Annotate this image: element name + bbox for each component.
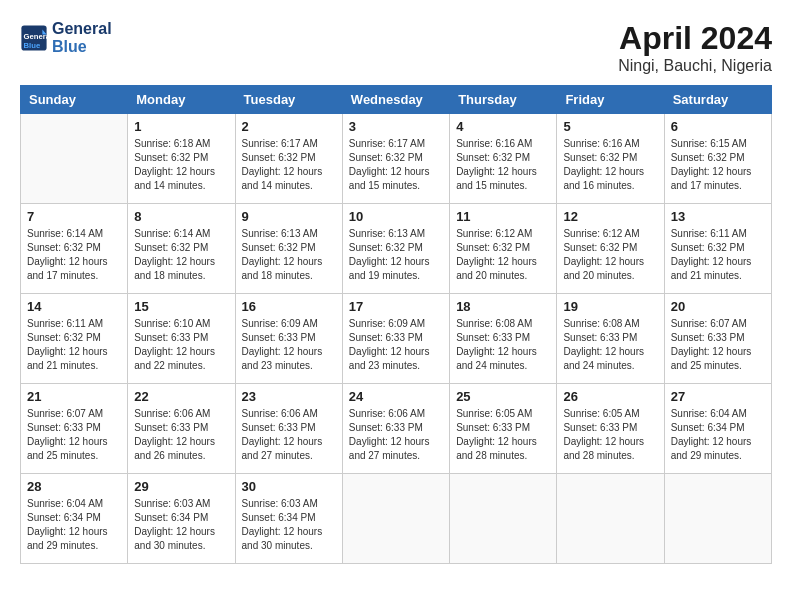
- day-info: Sunrise: 6:06 AM Sunset: 6:33 PM Dayligh…: [134, 407, 228, 463]
- day-number: 13: [671, 209, 765, 224]
- day-cell: 21Sunrise: 6:07 AM Sunset: 6:33 PM Dayli…: [21, 384, 128, 474]
- day-number: 23: [242, 389, 336, 404]
- day-cell: 7Sunrise: 6:14 AM Sunset: 6:32 PM Daylig…: [21, 204, 128, 294]
- day-info: Sunrise: 6:16 AM Sunset: 6:32 PM Dayligh…: [456, 137, 550, 193]
- week-row-1: 1Sunrise: 6:18 AM Sunset: 6:32 PM Daylig…: [21, 114, 772, 204]
- logo-text-blue: Blue: [52, 38, 112, 56]
- day-info: Sunrise: 6:06 AM Sunset: 6:33 PM Dayligh…: [242, 407, 336, 463]
- day-number: 22: [134, 389, 228, 404]
- day-info: Sunrise: 6:03 AM Sunset: 6:34 PM Dayligh…: [242, 497, 336, 553]
- day-info: Sunrise: 6:10 AM Sunset: 6:33 PM Dayligh…: [134, 317, 228, 373]
- day-cell: 17Sunrise: 6:09 AM Sunset: 6:33 PM Dayli…: [342, 294, 449, 384]
- day-number: 28: [27, 479, 121, 494]
- header-row: SundayMondayTuesdayWednesdayThursdayFrid…: [21, 86, 772, 114]
- day-info: Sunrise: 6:14 AM Sunset: 6:32 PM Dayligh…: [27, 227, 121, 283]
- day-cell: 10Sunrise: 6:13 AM Sunset: 6:32 PM Dayli…: [342, 204, 449, 294]
- day-info: Sunrise: 6:16 AM Sunset: 6:32 PM Dayligh…: [563, 137, 657, 193]
- day-number: 9: [242, 209, 336, 224]
- day-info: Sunrise: 6:17 AM Sunset: 6:32 PM Dayligh…: [349, 137, 443, 193]
- day-number: 4: [456, 119, 550, 134]
- day-cell: 6Sunrise: 6:15 AM Sunset: 6:32 PM Daylig…: [664, 114, 771, 204]
- logo-text-general: General: [52, 20, 112, 38]
- day-cell: [664, 474, 771, 564]
- day-info: Sunrise: 6:04 AM Sunset: 6:34 PM Dayligh…: [671, 407, 765, 463]
- day-number: 1: [134, 119, 228, 134]
- day-info: Sunrise: 6:15 AM Sunset: 6:32 PM Dayligh…: [671, 137, 765, 193]
- day-info: Sunrise: 6:06 AM Sunset: 6:33 PM Dayligh…: [349, 407, 443, 463]
- day-info: Sunrise: 6:09 AM Sunset: 6:33 PM Dayligh…: [349, 317, 443, 373]
- day-number: 17: [349, 299, 443, 314]
- col-header-tuesday: Tuesday: [235, 86, 342, 114]
- day-info: Sunrise: 6:14 AM Sunset: 6:32 PM Dayligh…: [134, 227, 228, 283]
- day-number: 10: [349, 209, 443, 224]
- month-title: April 2024: [618, 20, 772, 57]
- page-header: General Blue General Blue April 2024 Nin…: [20, 20, 772, 75]
- day-info: Sunrise: 6:03 AM Sunset: 6:34 PM Dayligh…: [134, 497, 228, 553]
- day-number: 27: [671, 389, 765, 404]
- day-cell: 11Sunrise: 6:12 AM Sunset: 6:32 PM Dayli…: [450, 204, 557, 294]
- day-number: 16: [242, 299, 336, 314]
- day-info: Sunrise: 6:13 AM Sunset: 6:32 PM Dayligh…: [242, 227, 336, 283]
- day-cell: 8Sunrise: 6:14 AM Sunset: 6:32 PM Daylig…: [128, 204, 235, 294]
- day-cell: [557, 474, 664, 564]
- day-number: 14: [27, 299, 121, 314]
- day-cell: [21, 114, 128, 204]
- day-info: Sunrise: 6:12 AM Sunset: 6:32 PM Dayligh…: [456, 227, 550, 283]
- day-cell: 27Sunrise: 6:04 AM Sunset: 6:34 PM Dayli…: [664, 384, 771, 474]
- day-number: 12: [563, 209, 657, 224]
- day-info: Sunrise: 6:11 AM Sunset: 6:32 PM Dayligh…: [27, 317, 121, 373]
- day-cell: [342, 474, 449, 564]
- day-number: 15: [134, 299, 228, 314]
- day-number: 29: [134, 479, 228, 494]
- day-cell: 25Sunrise: 6:05 AM Sunset: 6:33 PM Dayli…: [450, 384, 557, 474]
- day-info: Sunrise: 6:13 AM Sunset: 6:32 PM Dayligh…: [349, 227, 443, 283]
- day-number: 21: [27, 389, 121, 404]
- day-cell: 30Sunrise: 6:03 AM Sunset: 6:34 PM Dayli…: [235, 474, 342, 564]
- week-row-2: 7Sunrise: 6:14 AM Sunset: 6:32 PM Daylig…: [21, 204, 772, 294]
- day-cell: 28Sunrise: 6:04 AM Sunset: 6:34 PM Dayli…: [21, 474, 128, 564]
- day-number: 24: [349, 389, 443, 404]
- day-cell: 15Sunrise: 6:10 AM Sunset: 6:33 PM Dayli…: [128, 294, 235, 384]
- day-cell: 16Sunrise: 6:09 AM Sunset: 6:33 PM Dayli…: [235, 294, 342, 384]
- day-number: 5: [563, 119, 657, 134]
- col-header-wednesday: Wednesday: [342, 86, 449, 114]
- title-area: April 2024 Ningi, Bauchi, Nigeria: [618, 20, 772, 75]
- day-info: Sunrise: 6:08 AM Sunset: 6:33 PM Dayligh…: [456, 317, 550, 373]
- day-cell: 5Sunrise: 6:16 AM Sunset: 6:32 PM Daylig…: [557, 114, 664, 204]
- day-number: 30: [242, 479, 336, 494]
- col-header-monday: Monday: [128, 86, 235, 114]
- day-cell: 2Sunrise: 6:17 AM Sunset: 6:32 PM Daylig…: [235, 114, 342, 204]
- calendar-table: SundayMondayTuesdayWednesdayThursdayFrid…: [20, 85, 772, 564]
- week-row-5: 28Sunrise: 6:04 AM Sunset: 6:34 PM Dayli…: [21, 474, 772, 564]
- day-info: Sunrise: 6:11 AM Sunset: 6:32 PM Dayligh…: [671, 227, 765, 283]
- day-number: 7: [27, 209, 121, 224]
- day-cell: 4Sunrise: 6:16 AM Sunset: 6:32 PM Daylig…: [450, 114, 557, 204]
- day-number: 3: [349, 119, 443, 134]
- day-number: 25: [456, 389, 550, 404]
- day-info: Sunrise: 6:07 AM Sunset: 6:33 PM Dayligh…: [671, 317, 765, 373]
- day-number: 8: [134, 209, 228, 224]
- day-cell: 23Sunrise: 6:06 AM Sunset: 6:33 PM Dayli…: [235, 384, 342, 474]
- col-header-thursday: Thursday: [450, 86, 557, 114]
- day-info: Sunrise: 6:08 AM Sunset: 6:33 PM Dayligh…: [563, 317, 657, 373]
- day-info: Sunrise: 6:17 AM Sunset: 6:32 PM Dayligh…: [242, 137, 336, 193]
- day-cell: 24Sunrise: 6:06 AM Sunset: 6:33 PM Dayli…: [342, 384, 449, 474]
- day-info: Sunrise: 6:12 AM Sunset: 6:32 PM Dayligh…: [563, 227, 657, 283]
- day-info: Sunrise: 6:05 AM Sunset: 6:33 PM Dayligh…: [456, 407, 550, 463]
- day-cell: 12Sunrise: 6:12 AM Sunset: 6:32 PM Dayli…: [557, 204, 664, 294]
- logo-icon: General Blue: [20, 24, 48, 52]
- day-cell: [450, 474, 557, 564]
- week-row-4: 21Sunrise: 6:07 AM Sunset: 6:33 PM Dayli…: [21, 384, 772, 474]
- day-number: 19: [563, 299, 657, 314]
- svg-text:Blue: Blue: [24, 40, 41, 49]
- day-cell: 1Sunrise: 6:18 AM Sunset: 6:32 PM Daylig…: [128, 114, 235, 204]
- day-info: Sunrise: 6:18 AM Sunset: 6:32 PM Dayligh…: [134, 137, 228, 193]
- day-cell: 26Sunrise: 6:05 AM Sunset: 6:33 PM Dayli…: [557, 384, 664, 474]
- day-cell: 3Sunrise: 6:17 AM Sunset: 6:32 PM Daylig…: [342, 114, 449, 204]
- day-number: 26: [563, 389, 657, 404]
- logo: General Blue General Blue: [20, 20, 112, 55]
- day-number: 20: [671, 299, 765, 314]
- day-cell: 13Sunrise: 6:11 AM Sunset: 6:32 PM Dayli…: [664, 204, 771, 294]
- col-header-sunday: Sunday: [21, 86, 128, 114]
- day-info: Sunrise: 6:04 AM Sunset: 6:34 PM Dayligh…: [27, 497, 121, 553]
